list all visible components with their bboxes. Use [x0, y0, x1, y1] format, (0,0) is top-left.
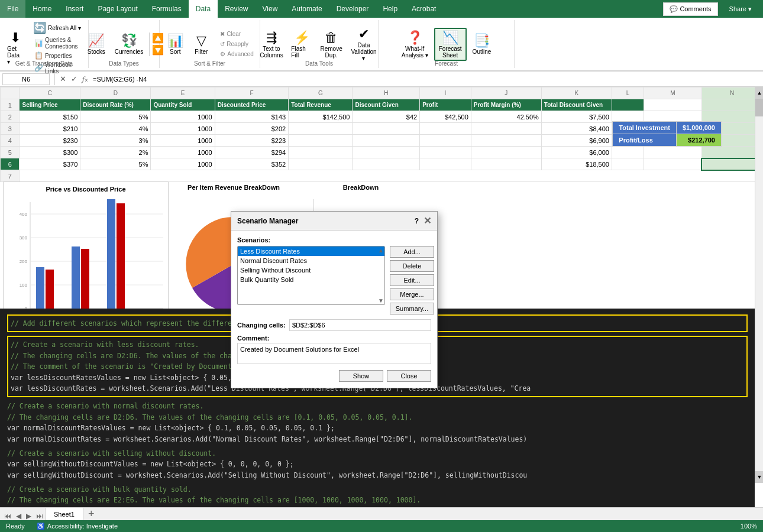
- cell-e3[interactable]: 1000: [151, 123, 215, 135]
- tab-data[interactable]: Data: [189, 0, 218, 18]
- data-validation-button[interactable]: ✔ DataValidation ▾: [347, 25, 381, 63]
- tab-home[interactable]: Home: [25, 0, 59, 18]
- scroll-up-button[interactable]: ▲: [755, 87, 763, 99]
- cell-d5[interactable]: 2%: [80, 147, 151, 158]
- cell-i2[interactable]: $42,500: [420, 111, 471, 123]
- currencies-button[interactable]: 💱 Currencies: [111, 32, 147, 56]
- header-profit[interactable]: Profit: [420, 99, 471, 111]
- formula-input[interactable]: [90, 73, 761, 85]
- scenario-option-normal-discount[interactable]: Normal Discount Rates: [238, 256, 384, 265]
- cell-f3[interactable]: $202: [215, 123, 289, 135]
- cell-k6[interactable]: $18,500: [541, 158, 612, 170]
- sheet-nav-first[interactable]: ⏮: [2, 512, 13, 520]
- cell-f4[interactable]: $223: [215, 135, 289, 147]
- tab-automate[interactable]: Automate: [284, 0, 329, 18]
- cell-d2[interactable]: 5%: [80, 111, 151, 123]
- cell-h2[interactable]: $42: [353, 111, 420, 123]
- show-scenario-button[interactable]: Show: [339, 370, 383, 382]
- tab-insert[interactable]: Insert: [59, 0, 90, 18]
- sheet-nav-next[interactable]: ▶: [24, 512, 33, 520]
- cell-f5[interactable]: $294: [215, 147, 289, 158]
- share-button[interactable]: Share ▾: [723, 2, 758, 16]
- tab-developer[interactable]: Developer: [329, 0, 376, 18]
- confirm-formula-icon[interactable]: ✓: [71, 74, 77, 83]
- col-header-m[interactable]: M: [644, 87, 701, 99]
- stocks-button[interactable]: 📈 Stocks: [84, 32, 109, 56]
- cancel-formula-icon[interactable]: ✕: [60, 74, 66, 83]
- what-if-analysis-button[interactable]: ❓ What-IfAnalysis ▾: [398, 29, 432, 60]
- cell-e5[interactable]: 1000: [151, 147, 215, 158]
- changing-cells-input[interactable]: [289, 319, 431, 331]
- function-icon[interactable]: 𝑓ₓ: [82, 74, 88, 84]
- cell-c6[interactable]: $370: [20, 158, 80, 170]
- reapply-button[interactable]: ↺ Reapply: [218, 40, 256, 48]
- outline-button[interactable]: 📑 Outline: [469, 32, 495, 56]
- header-discounted-price[interactable]: Discounted Price: [215, 99, 289, 111]
- tab-help[interactable]: Help: [376, 0, 405, 18]
- header-discount-rate[interactable]: Discount Rate (%): [80, 99, 151, 111]
- header-quantity-sold[interactable]: Quantity Sold: [151, 99, 215, 111]
- cell-d6[interactable]: 5%: [80, 158, 151, 170]
- advanced-button[interactable]: ⚙ Advanced: [218, 50, 256, 58]
- add-scenario-button[interactable]: Add...: [390, 246, 434, 258]
- cell-c2[interactable]: $150: [20, 111, 80, 123]
- cell-f2[interactable]: $143: [215, 111, 289, 123]
- delete-scenario-button[interactable]: Delete: [390, 260, 434, 272]
- tab-acrobat[interactable]: Acrobat: [405, 0, 443, 18]
- tab-view[interactable]: View: [256, 0, 285, 18]
- col-header-c[interactable]: C: [20, 87, 80, 99]
- col-header-l[interactable]: L: [612, 87, 644, 99]
- scenario-list[interactable]: Less Discount Rates Normal Discount Rate…: [237, 246, 385, 305]
- cell-e6[interactable]: 1000: [151, 158, 215, 170]
- col-header-k[interactable]: K: [541, 87, 612, 99]
- cell-n6-selected[interactable]: [701, 158, 762, 170]
- scenario-scroll-up[interactable]: ▲: [378, 247, 384, 254]
- sheet1-tab[interactable]: Sheet1: [45, 507, 83, 520]
- add-sheet-button[interactable]: +: [83, 507, 99, 520]
- cell-k5[interactable]: $6,000: [541, 147, 612, 158]
- cell-g2[interactable]: $142,500: [289, 111, 353, 123]
- tab-page-layout[interactable]: Page Layout: [90, 0, 144, 18]
- header-total-discount[interactable]: Total Discount Given: [541, 99, 612, 111]
- tab-formulas[interactable]: Formulas: [145, 0, 189, 18]
- dialog-close-button[interactable]: ✕: [423, 215, 431, 226]
- scenario-scroll-down[interactable]: ▼: [378, 297, 384, 304]
- clear-button[interactable]: ✖ Clear: [218, 30, 256, 38]
- sheet-nav-prev[interactable]: ◀: [14, 512, 23, 520]
- col-header-i[interactable]: I: [420, 87, 471, 99]
- refresh-all-button[interactable]: 🔄 Refresh All ▾: [30, 20, 85, 35]
- scroll-thumb[interactable]: [755, 99, 763, 116]
- sheet-nav-last[interactable]: ⏭: [34, 512, 45, 520]
- cell-e4[interactable]: 1000: [151, 135, 215, 147]
- remove-duplicates-button[interactable]: 🗑 RemoveDup.: [318, 29, 345, 60]
- col-header-h[interactable]: H: [353, 87, 420, 99]
- comments-button[interactable]: 💬 Comments: [663, 2, 717, 16]
- tab-file[interactable]: File: [0, 0, 25, 18]
- header-total-revenue[interactable]: Total Revenue: [289, 99, 353, 111]
- cell-k3[interactable]: $8,400: [541, 123, 612, 135]
- tab-review[interactable]: Review: [218, 0, 255, 18]
- cell-k2[interactable]: $7,500: [541, 111, 612, 123]
- cell-f6[interactable]: $352: [215, 158, 289, 170]
- vertical-scrollbar[interactable]: ▲ ▼: [755, 87, 763, 483]
- sort-button[interactable]: 📊 Sort: [163, 32, 187, 56]
- col-header-j[interactable]: J: [471, 87, 541, 99]
- scenario-option-less-discount[interactable]: Less Discount Rates: [238, 246, 384, 256]
- cell-c4[interactable]: $230: [20, 135, 80, 147]
- forecast-sheet-button[interactable]: 📉 ForecastSheet: [434, 28, 467, 61]
- scenario-option-bulk-quantity[interactable]: Bulk Quantity Sold: [238, 275, 384, 284]
- header-selling-price[interactable]: Selling Price: [20, 99, 80, 111]
- properties-button[interactable]: 📋 Properties: [32, 51, 85, 60]
- cell-d3[interactable]: 4%: [80, 123, 151, 135]
- filter-button[interactable]: ▽ Filter: [189, 32, 213, 56]
- text-to-columns-button[interactable]: ⇶ Text toColumns: [258, 29, 286, 60]
- cell-j2[interactable]: 42.50%: [471, 111, 541, 123]
- col-header-e[interactable]: E: [151, 87, 215, 99]
- header-profit-margin[interactable]: Profit Margin (%): [471, 99, 541, 111]
- summary-scenario-button[interactable]: Summary...: [390, 303, 434, 314]
- cell-d4[interactable]: 3%: [80, 135, 151, 147]
- flash-fill-button[interactable]: ⚡ Flash Fill: [287, 29, 315, 60]
- col-header-d[interactable]: D: [80, 87, 151, 99]
- col-header-n[interactable]: N: [701, 87, 762, 99]
- queries-connections-button[interactable]: 📊 Queries & Connections: [32, 36, 85, 50]
